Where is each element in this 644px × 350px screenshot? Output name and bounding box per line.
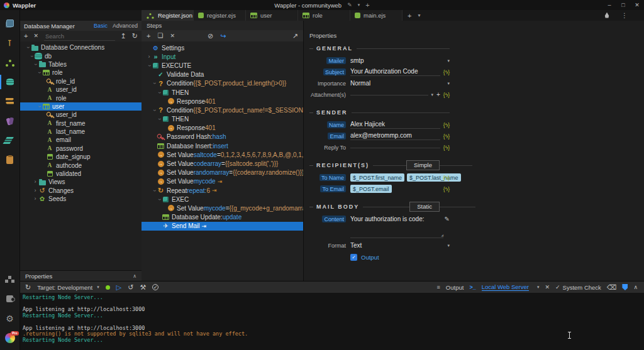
twisty-icon[interactable]: › [152, 107, 157, 112]
db-tree-item-date_signup[interactable]: date_signup [20, 153, 142, 161]
validate-icon[interactable]: ✓ [152, 284, 158, 290]
field-value[interactable]: Your authorization is code: [350, 216, 441, 222]
db-tree-item-authcode[interactable]: Aauthcode [20, 161, 142, 169]
twisty-icon[interactable]: › [33, 62, 38, 67]
target-value[interactable]: Development [57, 284, 92, 291]
step-row[interactable]: Database Insert: insert [142, 141, 303, 150]
field-input[interactable]: Your Authorization Code [350, 68, 440, 76]
db-tree-item-Seeds[interactable]: ›✿Seeds [20, 195, 142, 203]
step-goto-icon[interactable]: ↪ [220, 33, 226, 40]
select-chevron-icon[interactable]: ▾ [447, 243, 450, 248]
build-tools-icon[interactable]: ⚒ [140, 283, 146, 292]
edit-title-icon[interactable]: ✎ [347, 2, 352, 8]
output-list-icon[interactable]: ≡ [437, 284, 440, 290]
server-chevron-icon[interactable]: ▾ [537, 285, 540, 290]
section-mode-select[interactable]: Simple [406, 160, 440, 170]
step-row[interactable]: Database Update: update [142, 213, 303, 222]
binding-token[interactable]: $_POST.last_name [407, 173, 461, 182]
field-value[interactable]: Text [350, 242, 445, 249]
sidebar-item-blocks[interactable] [0, 270, 20, 289]
sidebar-item-settings[interactable]: ⚙ [0, 309, 20, 328]
target-refresh-icon[interactable]: ↻ [25, 283, 31, 292]
console-output[interactable]: Restarting Node Server... App listening … [20, 293, 644, 350]
db-tree-item-validated[interactable]: validated [20, 170, 142, 178]
step-row[interactable]: ›↻Repeat repeat: 6⇥ [142, 186, 303, 195]
step-add-button[interactable]: + [147, 33, 150, 40]
sidebar-item-extensions[interactable] [0, 289, 20, 309]
step-row[interactable]: →Set Value randomarray = {{codearray.ran… [142, 168, 303, 177]
db-tree-item-user_id[interactable]: Auser_id [20, 85, 142, 94]
db-tree-item-Database Connections[interactable]: ›Database Connections [20, 43, 142, 52]
field-value[interactable]: Normal [350, 80, 445, 87]
db-tree-item-role_id[interactable]: role_id [20, 77, 142, 85]
content-textarea[interactable]: ◢ [350, 225, 443, 238]
system-check-label[interactable]: System Check [563, 284, 601, 291]
sidebar-item-layers[interactable] [0, 131, 20, 150]
checkbox-checked-icon[interactable]: ✓ [350, 254, 357, 261]
new-tab-button[interactable]: + [408, 12, 411, 19]
twisty-icon[interactable]: › [33, 188, 38, 194]
db-tree-item-db[interactable]: ›db [20, 52, 142, 60]
db-tree-item-user[interactable]: ›user [20, 102, 142, 111]
step-row[interactable]: ›EXEC [142, 195, 303, 204]
steps-export-icon[interactable]: ↗ [292, 32, 298, 40]
tab-Register.json[interactable]: Register.json⚙ [142, 10, 194, 21]
binding-picker-icon[interactable]: {ϟ} [443, 145, 450, 151]
close-button[interactable]: ✕ [630, 0, 644, 10]
close-console-icon[interactable]: ✕ [545, 284, 550, 290]
step-row[interactable]: ✓Validate Data [142, 70, 303, 79]
attach-chevron-icon[interactable]: ▾ [431, 92, 433, 97]
db-tree-item-first_name[interactable]: Afirst_name [20, 119, 142, 128]
db-tree-item-role[interactable]: ›role [20, 68, 142, 77]
db-tree-item-user_id[interactable]: user_id [20, 111, 142, 119]
db-search-input[interactable] [44, 32, 115, 41]
tab-register.ejs[interactable]: register.ejs [194, 10, 246, 21]
field-input[interactable]: $_POST.email [350, 185, 440, 193]
attach-add-icon[interactable]: + [436, 91, 440, 98]
field-input[interactable] [350, 94, 428, 96]
step-row[interactable]: ›»Input [142, 52, 303, 61]
sidebar-item-pro-logo[interactable] [0, 328, 20, 347]
step-row[interactable]: ⚙Settings [142, 43, 303, 52]
field-input[interactable]: smtp▾ [350, 57, 450, 64]
db-tree-item-Views[interactable]: ›Views [20, 178, 142, 186]
step-row[interactable]: ›THEN [142, 88, 303, 97]
clear-console-icon[interactable]: ⌫ [607, 283, 617, 292]
edit-content-icon[interactable]: ✎ [445, 216, 450, 222]
output-label[interactable]: Output [446, 284, 464, 291]
step-row[interactable]: →Set Value codearray = {{saltcode.split(… [142, 159, 303, 168]
server-selector[interactable]: Local Web Server [482, 283, 529, 291]
sidebar-item-workflows[interactable] [0, 53, 20, 72]
field-value[interactable]: Alex Hajicek [350, 121, 440, 128]
tab-main.ejs[interactable]: main.ejs [350, 10, 402, 21]
db-tab-advanced[interactable]: Advanced [113, 23, 138, 29]
field-input[interactable]: Normal▾ [350, 80, 450, 87]
new-project-icon[interactable]: + [365, 1, 369, 9]
field-input[interactable]: Your authorization is code: [350, 216, 441, 222]
binding-token[interactable]: $_POST.first_name [350, 173, 404, 182]
step-row[interactable]: ›THEN [142, 115, 303, 124]
db-tree-item-email[interactable]: Aemail [20, 136, 142, 144]
twisty-icon[interactable]: › [152, 81, 157, 86]
run-button[interactable]: ▷ [116, 283, 121, 292]
binding-picker-icon[interactable]: {ϟ} [443, 69, 450, 75]
twisty-icon[interactable]: › [147, 63, 152, 68]
binding-picker-icon[interactable]: {ϟ} [443, 92, 450, 98]
select-chevron-icon[interactable]: ▾ [447, 81, 450, 86]
sidebar-item-design[interactable] [0, 111, 20, 131]
step-row[interactable]: Password Hash: hash [142, 133, 303, 141]
db-tree-item-password[interactable]: Apassword [20, 145, 142, 153]
twisty-icon[interactable]: › [33, 179, 38, 185]
twisty-icon[interactable]: › [157, 117, 162, 122]
theme-droplet-icon[interactable] [604, 13, 609, 19]
field-value[interactable]: Your Authorization Code [350, 68, 440, 75]
db-properties-footer[interactable]: Properties ∧ [20, 270, 142, 281]
collapse-icon[interactable]: ∧ [133, 273, 136, 279]
minimize-button[interactable]: – [602, 0, 616, 10]
sidebar-item-assets[interactable] [0, 150, 20, 170]
collapse-console-icon[interactable]: ∧ [633, 284, 638, 290]
target-chevron-icon[interactable]: ▾ [97, 285, 99, 290]
db-tree-item-last_name[interactable]: Alast_name [20, 128, 142, 136]
tab-list-chevron-icon[interactable]: ▾ [418, 13, 420, 18]
db-remove-button[interactable]: ✕ [33, 33, 38, 39]
